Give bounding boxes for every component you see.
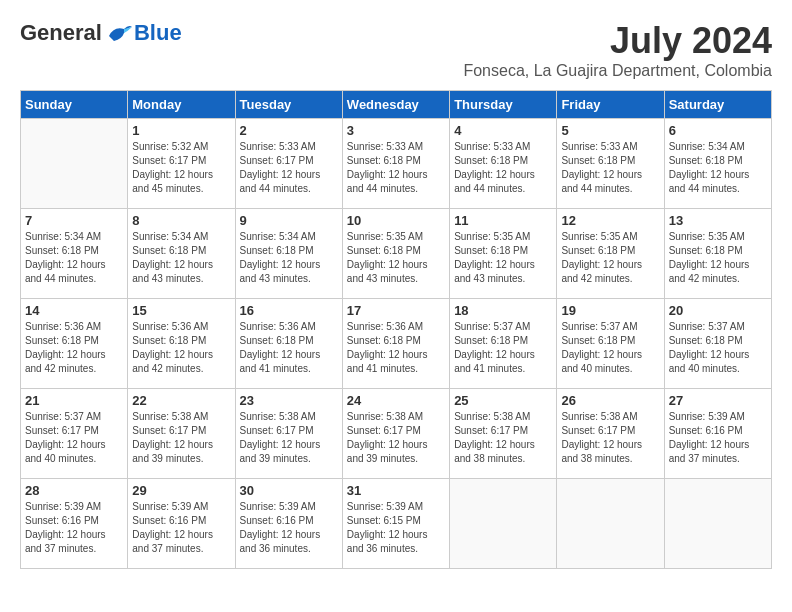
day-number: 4 xyxy=(454,123,552,138)
calendar-cell xyxy=(21,119,128,209)
calendar-cell: 21Sunrise: 5:37 AM Sunset: 6:17 PM Dayli… xyxy=(21,389,128,479)
day-number: 11 xyxy=(454,213,552,228)
calendar-cell: 9Sunrise: 5:34 AM Sunset: 6:18 PM Daylig… xyxy=(235,209,342,299)
calendar-cell: 14Sunrise: 5:36 AM Sunset: 6:18 PM Dayli… xyxy=(21,299,128,389)
calendar-cell: 24Sunrise: 5:38 AM Sunset: 6:17 PM Dayli… xyxy=(342,389,449,479)
day-number: 29 xyxy=(132,483,230,498)
day-number: 23 xyxy=(240,393,338,408)
day-number: 8 xyxy=(132,213,230,228)
day-number: 25 xyxy=(454,393,552,408)
day-info: Sunrise: 5:34 AM Sunset: 6:18 PM Dayligh… xyxy=(669,140,767,196)
calendar-cell: 7Sunrise: 5:34 AM Sunset: 6:18 PM Daylig… xyxy=(21,209,128,299)
day-number: 12 xyxy=(561,213,659,228)
day-info: Sunrise: 5:35 AM Sunset: 6:18 PM Dayligh… xyxy=(561,230,659,286)
title-section: July 2024 Fonseca, La Guajira Department… xyxy=(463,20,772,80)
day-info: Sunrise: 5:34 AM Sunset: 6:18 PM Dayligh… xyxy=(132,230,230,286)
calendar-cell: 19Sunrise: 5:37 AM Sunset: 6:18 PM Dayli… xyxy=(557,299,664,389)
day-number: 1 xyxy=(132,123,230,138)
calendar-cell: 2Sunrise: 5:33 AM Sunset: 6:17 PM Daylig… xyxy=(235,119,342,209)
day-number: 24 xyxy=(347,393,445,408)
day-info: Sunrise: 5:36 AM Sunset: 6:18 PM Dayligh… xyxy=(347,320,445,376)
day-number: 10 xyxy=(347,213,445,228)
day-number: 31 xyxy=(347,483,445,498)
weekday-header-row: SundayMondayTuesdayWednesdayThursdayFrid… xyxy=(21,91,772,119)
calendar-cell: 25Sunrise: 5:38 AM Sunset: 6:17 PM Dayli… xyxy=(450,389,557,479)
location-subtitle: Fonseca, La Guajira Department, Colombia xyxy=(463,62,772,80)
calendar-cell: 20Sunrise: 5:37 AM Sunset: 6:18 PM Dayli… xyxy=(664,299,771,389)
day-info: Sunrise: 5:39 AM Sunset: 6:16 PM Dayligh… xyxy=(669,410,767,466)
week-row-5: 28Sunrise: 5:39 AM Sunset: 6:16 PM Dayli… xyxy=(21,479,772,569)
day-number: 9 xyxy=(240,213,338,228)
day-info: Sunrise: 5:33 AM Sunset: 6:17 PM Dayligh… xyxy=(240,140,338,196)
calendar-cell: 26Sunrise: 5:38 AM Sunset: 6:17 PM Dayli… xyxy=(557,389,664,479)
calendar-cell: 1Sunrise: 5:32 AM Sunset: 6:17 PM Daylig… xyxy=(128,119,235,209)
day-number: 20 xyxy=(669,303,767,318)
calendar-cell: 3Sunrise: 5:33 AM Sunset: 6:18 PM Daylig… xyxy=(342,119,449,209)
day-number: 14 xyxy=(25,303,123,318)
day-info: Sunrise: 5:37 AM Sunset: 6:18 PM Dayligh… xyxy=(669,320,767,376)
weekday-header-monday: Monday xyxy=(128,91,235,119)
day-info: Sunrise: 5:37 AM Sunset: 6:17 PM Dayligh… xyxy=(25,410,123,466)
day-info: Sunrise: 5:35 AM Sunset: 6:18 PM Dayligh… xyxy=(347,230,445,286)
day-number: 13 xyxy=(669,213,767,228)
month-year-title: July 2024 xyxy=(463,20,772,62)
day-number: 3 xyxy=(347,123,445,138)
calendar-cell xyxy=(664,479,771,569)
calendar-cell: 16Sunrise: 5:36 AM Sunset: 6:18 PM Dayli… xyxy=(235,299,342,389)
day-info: Sunrise: 5:39 AM Sunset: 6:16 PM Dayligh… xyxy=(240,500,338,556)
logo: General Blue xyxy=(20,20,182,46)
page-header: General Blue July 2024 Fonseca, La Guaji… xyxy=(20,20,772,80)
calendar-cell: 13Sunrise: 5:35 AM Sunset: 6:18 PM Dayli… xyxy=(664,209,771,299)
day-info: Sunrise: 5:36 AM Sunset: 6:18 PM Dayligh… xyxy=(25,320,123,376)
calendar-table: SundayMondayTuesdayWednesdayThursdayFrid… xyxy=(20,90,772,569)
calendar-cell: 23Sunrise: 5:38 AM Sunset: 6:17 PM Dayli… xyxy=(235,389,342,479)
day-info: Sunrise: 5:33 AM Sunset: 6:18 PM Dayligh… xyxy=(561,140,659,196)
calendar-cell xyxy=(557,479,664,569)
day-info: Sunrise: 5:38 AM Sunset: 6:17 PM Dayligh… xyxy=(561,410,659,466)
day-info: Sunrise: 5:35 AM Sunset: 6:18 PM Dayligh… xyxy=(669,230,767,286)
day-info: Sunrise: 5:35 AM Sunset: 6:18 PM Dayligh… xyxy=(454,230,552,286)
day-info: Sunrise: 5:39 AM Sunset: 6:15 PM Dayligh… xyxy=(347,500,445,556)
day-number: 18 xyxy=(454,303,552,318)
day-info: Sunrise: 5:37 AM Sunset: 6:18 PM Dayligh… xyxy=(561,320,659,376)
logo-general-text: General xyxy=(20,20,102,46)
logo-bird-icon xyxy=(104,21,134,46)
calendar-cell: 17Sunrise: 5:36 AM Sunset: 6:18 PM Dayli… xyxy=(342,299,449,389)
calendar-cell: 10Sunrise: 5:35 AM Sunset: 6:18 PM Dayli… xyxy=(342,209,449,299)
week-row-1: 1Sunrise: 5:32 AM Sunset: 6:17 PM Daylig… xyxy=(21,119,772,209)
day-number: 27 xyxy=(669,393,767,408)
week-row-2: 7Sunrise: 5:34 AM Sunset: 6:18 PM Daylig… xyxy=(21,209,772,299)
day-number: 28 xyxy=(25,483,123,498)
day-number: 17 xyxy=(347,303,445,318)
day-info: Sunrise: 5:38 AM Sunset: 6:17 PM Dayligh… xyxy=(132,410,230,466)
day-info: Sunrise: 5:32 AM Sunset: 6:17 PM Dayligh… xyxy=(132,140,230,196)
calendar-cell: 15Sunrise: 5:36 AM Sunset: 6:18 PM Dayli… xyxy=(128,299,235,389)
calendar-cell: 30Sunrise: 5:39 AM Sunset: 6:16 PM Dayli… xyxy=(235,479,342,569)
weekday-header-sunday: Sunday xyxy=(21,91,128,119)
day-number: 15 xyxy=(132,303,230,318)
calendar-cell: 4Sunrise: 5:33 AM Sunset: 6:18 PM Daylig… xyxy=(450,119,557,209)
day-info: Sunrise: 5:34 AM Sunset: 6:18 PM Dayligh… xyxy=(240,230,338,286)
day-info: Sunrise: 5:37 AM Sunset: 6:18 PM Dayligh… xyxy=(454,320,552,376)
day-info: Sunrise: 5:36 AM Sunset: 6:18 PM Dayligh… xyxy=(132,320,230,376)
day-info: Sunrise: 5:39 AM Sunset: 6:16 PM Dayligh… xyxy=(25,500,123,556)
day-info: Sunrise: 5:34 AM Sunset: 6:18 PM Dayligh… xyxy=(25,230,123,286)
day-info: Sunrise: 5:38 AM Sunset: 6:17 PM Dayligh… xyxy=(454,410,552,466)
week-row-4: 21Sunrise: 5:37 AM Sunset: 6:17 PM Dayli… xyxy=(21,389,772,479)
day-number: 2 xyxy=(240,123,338,138)
day-info: Sunrise: 5:39 AM Sunset: 6:16 PM Dayligh… xyxy=(132,500,230,556)
calendar-cell xyxy=(450,479,557,569)
calendar-cell: 5Sunrise: 5:33 AM Sunset: 6:18 PM Daylig… xyxy=(557,119,664,209)
day-info: Sunrise: 5:38 AM Sunset: 6:17 PM Dayligh… xyxy=(347,410,445,466)
weekday-header-tuesday: Tuesday xyxy=(235,91,342,119)
calendar-cell: 12Sunrise: 5:35 AM Sunset: 6:18 PM Dayli… xyxy=(557,209,664,299)
day-number: 22 xyxy=(132,393,230,408)
logo-blue-text: Blue xyxy=(134,20,182,46)
week-row-3: 14Sunrise: 5:36 AM Sunset: 6:18 PM Dayli… xyxy=(21,299,772,389)
day-info: Sunrise: 5:33 AM Sunset: 6:18 PM Dayligh… xyxy=(454,140,552,196)
weekday-header-friday: Friday xyxy=(557,91,664,119)
calendar-cell: 18Sunrise: 5:37 AM Sunset: 6:18 PM Dayli… xyxy=(450,299,557,389)
day-number: 21 xyxy=(25,393,123,408)
calendar-cell: 28Sunrise: 5:39 AM Sunset: 6:16 PM Dayli… xyxy=(21,479,128,569)
day-info: Sunrise: 5:36 AM Sunset: 6:18 PM Dayligh… xyxy=(240,320,338,376)
